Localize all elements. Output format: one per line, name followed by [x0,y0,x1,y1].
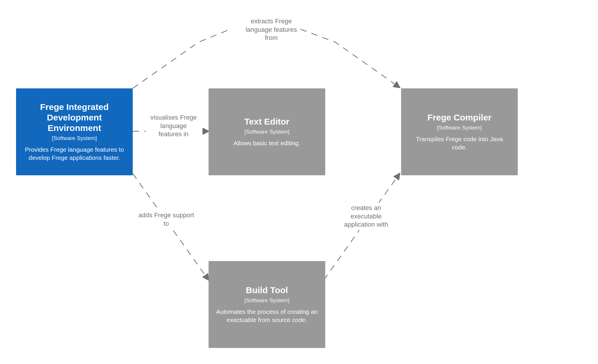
node-subtitle: [Software System] [437,125,482,131]
node-subtitle: [Software System] [244,297,289,304]
edge-label-ide-compiler: extracts Frege language features from [242,16,300,43]
edge-label-build-compiler: creates an executable application with [334,203,398,230]
node-description: Automates the process of creating an exe… [216,308,318,324]
diagram-canvas: Frege Integrated Development Environment… [0,0,598,364]
node-title: Text Editor [244,116,289,127]
edge-label-ide-editor: visualises Frege language features in [146,112,201,140]
node-subtitle: [Software System] [52,135,97,141]
node-frege-compiler: Frege Compiler [Software System] Transpi… [401,88,518,175]
node-title: Build Tool [246,285,288,295]
edge-label-ide-build: adds Frege support to [134,210,198,229]
node-description: Allows basic text editing. [234,139,300,147]
node-frege-ide: Frege Integrated Development Environment… [16,88,133,175]
node-description: Transpiles Frege code into Java code. [409,135,510,152]
node-title: Frege Integrated Development Environment [24,102,125,133]
node-title: Frege Compiler [427,112,492,123]
node-build-tool: Build Tool [Software System] Automates t… [209,261,325,348]
node-text-editor: Text Editor [Software System] Allows bas… [209,88,325,175]
node-subtitle: [Software System] [244,129,289,135]
node-description: Provides Frege language features to deve… [24,146,125,162]
